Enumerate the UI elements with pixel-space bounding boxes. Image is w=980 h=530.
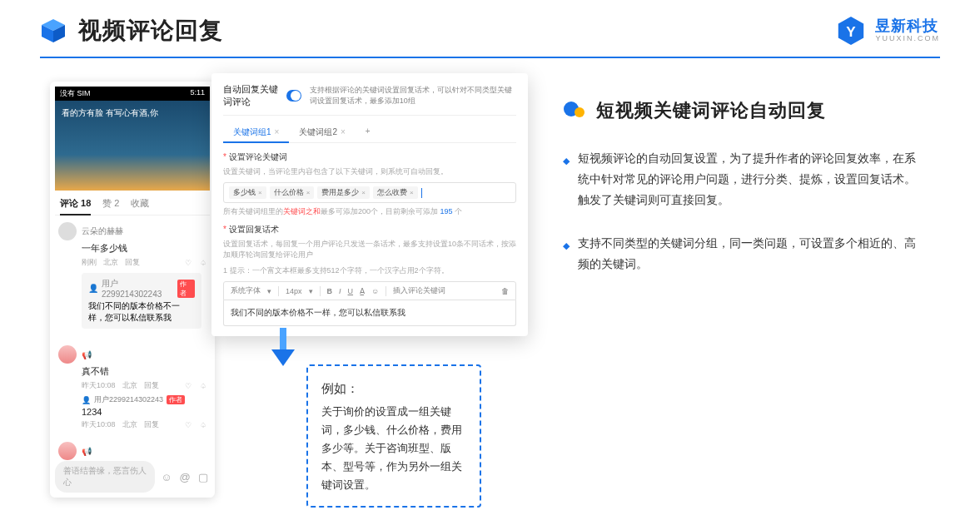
dislike-icon[interactable]: ♤ <box>200 421 206 429</box>
toggle-label: 自动回复关键词评论 <box>223 83 278 108</box>
like-icon[interactable]: ♡ <box>185 382 192 390</box>
video-thumbnail: 看的方有脸 有写心有酒,你 <box>55 101 210 191</box>
bullet-text: 支持不同类型的关键词分组，同一类问题，可设置多个相近的、高频的关键词。 <box>578 233 923 275</box>
emoji-icon[interactable]: ☺ <box>160 470 173 483</box>
comment-location: 北京 <box>103 257 118 268</box>
comment-body: 真不错 <box>82 365 206 378</box>
svg-rect-5 <box>280 328 286 351</box>
comment-location: 北京 <box>122 380 137 391</box>
author-badge: 作者 <box>177 280 195 298</box>
toggle-switch[interactable] <box>286 90 301 102</box>
svg-marker-6 <box>271 349 295 366</box>
tab-keyword-group-1[interactable]: 关键词组1× <box>223 122 289 142</box>
comment-time: 昨天10:08 <box>82 419 116 430</box>
reply-body: 我们不同的版本价格不一样，您可以私信联系我 <box>88 300 195 324</box>
brand-logo: Y 昱新科技 YUUXIN.COM <box>835 15 940 47</box>
toggle-hint: 支持根据评论的关键词设置回复话术，可以针对不同类型关键词设置回复话术，最多添加1… <box>310 85 516 106</box>
reply-link[interactable]: 回复 <box>144 380 159 391</box>
comment-username: 云朵的赫赫 <box>82 225 123 237</box>
keyword-tag: 怎么收费× <box>373 186 418 199</box>
cube-icon <box>40 17 67 44</box>
chat-bubble-icon <box>563 99 586 122</box>
example-callout: 例如： 关于询价的设置成一组关键词，多少钱、什么价格，费用多少等。关于咨询班型、… <box>306 364 481 508</box>
size-select[interactable]: 14px <box>286 287 302 295</box>
description-area: 短视频关键词评论自动回复 ◆ 短视频评论的自动回复设置，为了提升作者的评论回复效… <box>498 82 940 506</box>
reply-username: 用户2299214302243 <box>102 278 174 299</box>
comment-input-bar: 善语结善缘，恶言伤人心 ☺ @ ▢ <box>55 461 210 493</box>
speaker-icon: 📢 <box>82 350 92 359</box>
avatar <box>58 345 77 364</box>
title-wrap: 视频评论回复 <box>40 15 223 47</box>
remove-tag-icon[interactable]: × <box>410 189 414 196</box>
section-title-reply: 设置回复话术 <box>223 224 516 235</box>
like-icon[interactable]: ♡ <box>185 421 192 429</box>
avatar <box>58 442 77 460</box>
status-time: 5:11 <box>190 88 205 99</box>
phone-mockup: 没有 SIM 5:11 看的方有脸 有写心有酒,你 评论 18 赞 2 收藏 云… <box>50 82 215 498</box>
text-cursor <box>421 188 422 198</box>
comment-time: 昨天10:08 <box>82 380 116 391</box>
logo-text-cn: 昱新科技 <box>875 18 940 35</box>
font-select[interactable]: 系统字体 <box>231 285 261 296</box>
diamond-icon: ◆ <box>563 238 570 275</box>
reply-body: 1234 <box>82 407 206 417</box>
section-hint: 设置关键词，当评论里内容包含了以下关键词，则系统可自动回复。 <box>223 166 516 177</box>
author-reply: 👤用户2299214302243作者 我们不同的版本价格不一样，您可以私信联系我 <box>82 273 201 329</box>
comment-item: 云朵的赫赫 一年多少钱 刚刚 北京 回复 ♡♤ 👤用户2299214302243… <box>55 215 210 339</box>
keyword-tag: 多少钱× <box>229 186 266 199</box>
keyword-tag: 什么价格× <box>270 186 315 199</box>
comment-body: 一年多少钱 <box>82 242 206 255</box>
person-icon: 👤 <box>88 284 98 293</box>
status-sim: 没有 SIM <box>60 88 91 99</box>
avatar <box>58 222 77 240</box>
add-tab-button[interactable]: + <box>356 122 381 142</box>
delete-icon[interactable]: 🗑 <box>501 287 509 295</box>
section-tip: 1 提示：一个富文本框最多支持512个字符，一个汉字占用2个字符。 <box>223 265 516 276</box>
diamond-icon: ◆ <box>563 153 570 211</box>
image-icon[interactable]: ▢ <box>196 470 210 483</box>
auto-reply-config-panel: 自动回复关键词评论 支持根据评论的关键词设置回复话术，可以针对不同类型关键词设置… <box>211 73 528 336</box>
tab-comments[interactable]: 评论 18 <box>60 197 91 215</box>
reply-link[interactable]: 回复 <box>125 257 140 268</box>
insert-keyword-button[interactable]: 插入评论关键词 <box>393 285 445 296</box>
tab-keyword-group-2[interactable]: 关键词组2× <box>289 122 355 142</box>
keyword-tag-input[interactable]: 多少钱× 什么价格× 费用是多少× 怎么收费× <box>223 182 516 203</box>
section-hint: 设置回复话术，每回复一个用户评论只发送一条话术，最多支持设置10条不同话术，按添… <box>223 239 516 260</box>
logo-hexagon-icon: Y <box>835 15 867 47</box>
comment-input[interactable]: 善语结善缘，恶言伤人心 <box>55 461 155 493</box>
keyword-tag: 费用是多少× <box>317 186 370 199</box>
close-icon[interactable]: × <box>275 127 280 136</box>
color-icon[interactable]: A̲ <box>360 287 365 295</box>
at-icon[interactable]: @ <box>178 470 192 483</box>
comment-time: 刚刚 <box>82 257 97 268</box>
illustration-area: 没有 SIM 5:11 看的方有脸 有写心有酒,你 评论 18 赞 2 收藏 云… <box>40 82 498 506</box>
section-title: 短视频关键词评论自动回复 <box>596 98 826 123</box>
section-title-keywords: 设置评论关键词 <box>223 151 516 163</box>
editor-toolbar: 系统字体▾ 14px▾ B I U A̲ ☺ 插入评论关键词 🗑 <box>223 281 516 300</box>
comment-tabs: 评论 18 赞 2 收藏 <box>55 191 210 215</box>
remove-tag-icon[interactable]: × <box>258 189 262 196</box>
example-title: 例如： <box>321 378 466 399</box>
emoji-icon[interactable]: ☺ <box>371 287 379 295</box>
keyword-limit-hint: 所有关键词组里的关键词之和最多可添加200个，目前剩余可添加 195 个 <box>223 206 516 217</box>
dislike-icon[interactable]: ♤ <box>200 259 206 267</box>
comment-location: 北京 <box>122 419 137 430</box>
tab-favorites[interactable]: 收藏 <box>131 197 149 210</box>
keyword-group-tabs: 关键词组1× 关键词组2× + <box>223 122 516 143</box>
like-icon[interactable]: ♡ <box>185 259 192 267</box>
phone-statusbar: 没有 SIM 5:11 <box>55 87 210 101</box>
example-body: 关于询价的设置成一组关键词，多少钱、什么价格，费用多少等。关于咨询班型、版本、型… <box>321 403 466 494</box>
italic-icon[interactable]: I <box>339 287 341 295</box>
remove-tag-icon[interactable]: × <box>361 189 366 196</box>
remove-tag-icon[interactable]: × <box>306 189 311 196</box>
svg-point-8 <box>575 107 585 117</box>
underline-icon[interactable]: U <box>348 287 354 295</box>
reply-editor[interactable]: 我们不同的版本价格不一样，您可以私信联系我 <box>223 300 516 326</box>
dislike-icon[interactable]: ♤ <box>200 382 206 390</box>
tab-likes[interactable]: 赞 2 <box>102 197 119 210</box>
close-icon[interactable]: × <box>341 127 346 136</box>
page-header: 视频评论回复 Y 昱新科技 YUUXIN.COM <box>0 0 980 47</box>
logo-text-en: YUUXIN.COM <box>875 35 940 43</box>
bold-icon[interactable]: B <box>327 287 333 295</box>
reply-link[interactable]: 回复 <box>144 419 159 430</box>
